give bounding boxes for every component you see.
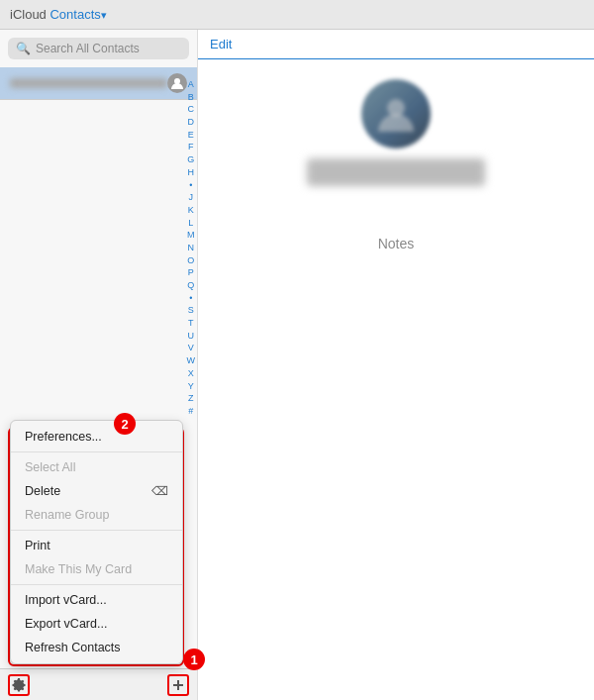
menu-import-vcard[interactable]: Import vCard... xyxy=(11,588,182,612)
alpha-p[interactable]: P xyxy=(188,267,194,279)
alpha-u[interactable]: U xyxy=(188,331,195,343)
notes-label: Notes xyxy=(378,236,415,251)
alphabet-index: A B C D E F G H • J K L M N O P Q • S T xyxy=(187,79,196,418)
search-bar[interactable]: 🔍 Search All Contacts xyxy=(8,38,189,59)
menu-rename-group: Rename Group xyxy=(11,503,182,527)
contact-item[interactable] xyxy=(0,67,197,100)
add-contact-button[interactable] xyxy=(167,674,189,696)
contact-photo xyxy=(361,79,431,149)
icloud-label: iCloud xyxy=(10,7,47,22)
sidebar: 🔍 Search All Contacts A xyxy=(0,30,198,700)
badge-1: 1 xyxy=(183,649,205,670)
alpha-j[interactable]: J xyxy=(189,192,194,204)
contact-name-blurred xyxy=(10,78,167,88)
menu-refresh[interactable]: Refresh Contacts xyxy=(11,636,182,659)
menu-select-all[interactable]: Select All xyxy=(11,455,182,479)
alpha-dot2: • xyxy=(189,293,192,305)
sidebar-bottom xyxy=(0,668,197,700)
app-container: iCloud Contacts▾ 🔍 Search All Contacts xyxy=(0,0,594,700)
alpha-y[interactable]: Y xyxy=(188,381,194,393)
context-menu: Preferences... Select All Delete ⌫ Renam… xyxy=(10,420,183,664)
chevron-icon[interactable]: ▾ xyxy=(101,9,107,21)
menu-my-card: Make This My Card xyxy=(11,557,182,581)
alpha-hash[interactable]: # xyxy=(188,406,193,418)
menu-preferences[interactable]: Preferences... xyxy=(11,425,182,449)
main-layout: 🔍 Search All Contacts A xyxy=(0,30,594,700)
alpha-s[interactable]: S xyxy=(188,305,194,317)
detail-content: Notes xyxy=(198,59,594,271)
menu-sep-2 xyxy=(11,530,182,531)
alpha-w[interactable]: W xyxy=(187,355,196,367)
alpha-d[interactable]: D xyxy=(188,117,195,129)
menu-sep-1 xyxy=(11,451,182,452)
alpha-t[interactable]: T xyxy=(188,318,194,330)
badge-2: 2 xyxy=(114,413,136,435)
detail-toolbar: Edit xyxy=(198,30,594,59)
alpha-l[interactable]: L xyxy=(188,218,193,230)
alpha-dot1: • xyxy=(189,180,192,192)
search-placeholder: Search All Contacts xyxy=(36,42,140,55)
alpha-v[interactable]: V xyxy=(188,343,194,354)
menu-sep-3 xyxy=(11,584,182,585)
alpha-f[interactable]: F xyxy=(188,142,194,153)
alpha-h[interactable]: H xyxy=(188,167,195,179)
alpha-n[interactable]: N xyxy=(188,243,195,254)
top-bar: iCloud Contacts▾ xyxy=(0,0,594,30)
alpha-m[interactable]: M xyxy=(187,230,195,242)
menu-delete[interactable]: Delete ⌫ xyxy=(11,479,182,503)
search-icon: 🔍 xyxy=(16,42,31,55)
alpha-a[interactable]: A xyxy=(188,79,194,91)
alpha-x[interactable]: X xyxy=(188,368,194,380)
alpha-z[interactable]: Z xyxy=(188,393,194,405)
edit-button[interactable]: Edit xyxy=(210,37,232,51)
alpha-q[interactable]: Q xyxy=(187,280,194,292)
delete-icon: ⌫ xyxy=(151,484,168,498)
app-title: iCloud Contacts▾ xyxy=(10,7,107,22)
contacts-label: Contacts xyxy=(50,7,100,22)
avatar-icon xyxy=(167,73,187,93)
alpha-c[interactable]: C xyxy=(188,104,195,116)
alpha-e[interactable]: E xyxy=(188,130,194,142)
gear-button[interactable] xyxy=(8,674,30,696)
menu-export-vcard[interactable]: Export vCard... xyxy=(11,612,182,636)
menu-print[interactable]: Print xyxy=(11,534,182,557)
detail-pane: Edit Notes xyxy=(198,30,594,700)
contact-name xyxy=(307,158,485,186)
alpha-g[interactable]: G xyxy=(187,154,194,166)
alpha-o[interactable]: O xyxy=(187,255,194,267)
alpha-b[interactable]: B xyxy=(188,92,194,104)
svg-rect-2 xyxy=(173,684,183,686)
alpha-k[interactable]: K xyxy=(188,205,194,217)
